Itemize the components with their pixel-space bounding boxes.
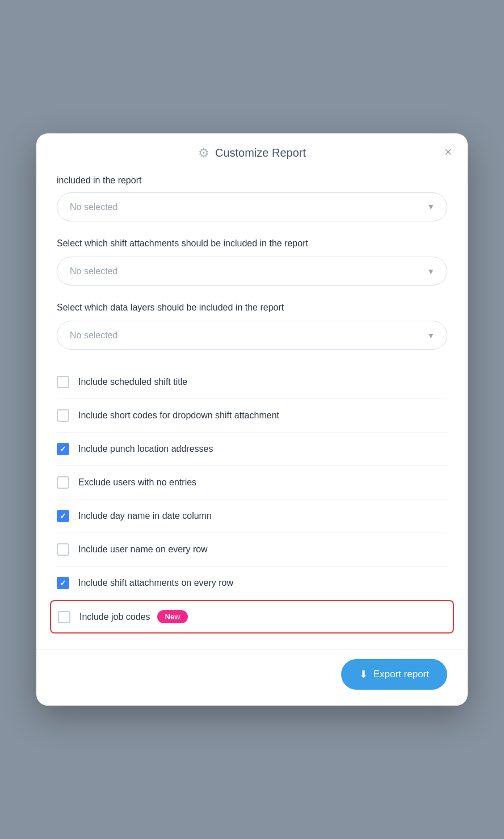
dropdown3-label: Select which data layers should be inclu… xyxy=(57,301,447,314)
modal-body: included in the report No selected ▼ Sel… xyxy=(36,171,468,650)
export-report-label: Export report xyxy=(373,669,429,680)
checkbox-item-3: Include punch location addresses xyxy=(57,433,447,466)
checkbox-7-label: Include shift attachments on every row xyxy=(78,578,233,588)
modal-title-group: ⚙ Customize Report xyxy=(198,146,306,161)
gear-icon: ⚙ xyxy=(198,146,209,161)
checkbox-6[interactable] xyxy=(57,543,69,556)
dropdown3-wrapper: No selected ▼ xyxy=(57,321,447,350)
modal-header: ⚙ Customize Report × xyxy=(36,133,468,171)
checkbox-group: Include scheduled shift title Include sh… xyxy=(57,366,447,634)
checkbox-6-label: Include user name on every row xyxy=(78,544,208,555)
checkbox-3-label: Include punch location addresses xyxy=(78,444,213,454)
checkbox-4[interactable] xyxy=(57,476,69,489)
modal-title: Customize Report xyxy=(215,146,306,160)
checkbox-7[interactable] xyxy=(57,577,69,589)
download-icon: ⬇ xyxy=(359,668,368,681)
dropdown2-wrapper: No selected ▼ xyxy=(57,257,447,286)
export-report-button[interactable]: ⬇ Export report xyxy=(341,659,447,690)
checkbox-2-label: Include short codes for dropdown shift a… xyxy=(78,410,279,421)
dropdown2-select[interactable]: No selected xyxy=(57,257,447,286)
checkbox-8[interactable] xyxy=(58,611,70,623)
checkbox-5-label: Include day name in date column xyxy=(78,511,212,521)
dropdown1-label: included in the report xyxy=(57,171,447,186)
checkbox-5[interactable] xyxy=(57,510,69,522)
checkbox-item-7: Include shift attachments on every row xyxy=(57,567,447,600)
checkbox-item-4: Exclude users with no entries xyxy=(57,466,447,500)
checkbox-1-label: Include scheduled shift title xyxy=(78,377,187,387)
checkbox-8-label: Include job codes New xyxy=(79,610,188,623)
customize-report-modal: ⚙ Customize Report × included in the rep… xyxy=(36,133,468,706)
checkbox-item-6: Include user name on every row xyxy=(57,533,447,567)
checkbox-1[interactable] xyxy=(57,376,69,388)
checkbox-item-5: Include day name in date column xyxy=(57,500,447,533)
modal-footer: ⬇ Export report xyxy=(36,649,468,706)
checkbox-3[interactable] xyxy=(57,443,69,455)
checkbox-4-label: Exclude users with no entries xyxy=(78,477,196,488)
checkbox-2[interactable] xyxy=(57,409,69,422)
dropdown3-select[interactable]: No selected xyxy=(57,321,447,350)
dropdown2-label: Select which shift attachments should be… xyxy=(57,237,447,250)
close-button[interactable]: × xyxy=(442,144,454,161)
checkbox-item-2: Include short codes for dropdown shift a… xyxy=(57,399,447,433)
dropdown1-wrapper: No selected ▼ xyxy=(57,192,447,221)
new-badge: New xyxy=(157,610,188,623)
checkbox-item-8-highlighted: Include job codes New xyxy=(50,600,454,634)
checkbox-item-1: Include scheduled shift title xyxy=(57,366,447,399)
dropdown1-select[interactable]: No selected xyxy=(57,192,447,221)
